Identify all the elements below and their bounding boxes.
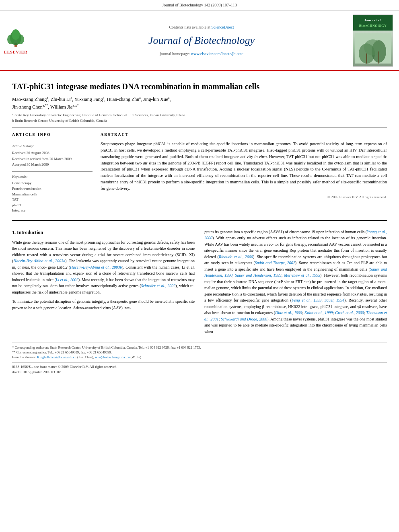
journal-citation: Journal of Biotechnology 142 (2009) 107–… <box>8 2 391 8</box>
keyword-2: Protein transduction <box>12 186 93 191</box>
banner-center: Contents lists available at ScienceDirec… <box>56 14 347 67</box>
article-info-header: ARTICLE INFO <box>12 132 93 138</box>
affil-a-sup3: a <box>103 96 105 100</box>
keyword-1: Gene therapy <box>12 181 93 186</box>
footnote-emails: E-mail addresses: Kingbellchen@fudan.edu… <box>12 355 387 360</box>
article-info-abstract: ARTICLE INFO Article history: Received 2… <box>12 127 387 214</box>
ref-smith2002[interactable]: Smith and Thorpe, 2002 <box>255 261 295 265</box>
biotech-cover-image: Journal of BioteCHNOlOGY <box>353 14 393 67</box>
body-columns: 1. Introduction While gene therapy remai… <box>12 229 387 338</box>
body-para1: While gene therapy remains one of the mo… <box>12 239 195 296</box>
keywords-block: Keywords: Gene therapy Protein transduct… <box>12 171 93 213</box>
keyword-3: Mammalian cells <box>12 192 93 197</box>
ref-kolot1999[interactable]: Kolot et al., 1999 <box>304 310 333 315</box>
abstract-column: ABSTRACT Streptomyces phage integrase ph… <box>101 132 387 214</box>
biotech-graphic-icon <box>355 33 391 64</box>
header: Journal of Biotechnology 142 (2009) 107–… <box>0 0 399 11</box>
article-info-column: ARTICLE INFO Article history: Received 2… <box>12 132 93 214</box>
affil-a-sup5: a <box>168 96 170 100</box>
ref-merrihew1995[interactable]: Merrihew et al., 1995 <box>284 273 320 277</box>
section1-number: 1. <box>12 230 16 235</box>
body-para3: grates its genome into a specific region… <box>204 229 387 335</box>
contents-text: Contents lists available at <box>169 25 210 29</box>
affiliation-a: ᵃ State Key Laboratory of Genetic Engine… <box>12 113 387 118</box>
journal-title: Journal of Biotechnology <box>148 33 255 48</box>
author-jing-lun: Jing-lun Xue <box>143 97 168 102</box>
ref-schwikardi2000[interactable]: Schwikardi and Droge, 2000 <box>221 317 267 321</box>
section1-title: 1. Introduction <box>12 229 195 236</box>
biotech-title-text: BioteCHNOlOGY <box>359 24 387 28</box>
issn-line: 0168-1656/$ – see front matter © 2009 El… <box>12 364 387 370</box>
footnote-star-star: ** Corresponding author. Tel.: +86 21 65… <box>12 350 387 355</box>
footnotes: * Corresponding author at: Brain Researc… <box>12 343 387 360</box>
affil-a-sup2: a <box>71 96 72 100</box>
article-title: TAT-phiC31 integrase mediates DNA recomb… <box>12 81 387 92</box>
ref-rinaudo2000[interactable]: Rinaudo et al., 2000 <box>219 255 253 259</box>
email2-link[interactable]: wjia@interchange.ubc.ca <box>95 355 130 359</box>
page-wrapper: Journal of Biotechnology 142 (2009) 107–… <box>0 0 399 378</box>
footer-doi: 0168-1656/$ – see front matter © 2009 El… <box>12 362 387 374</box>
body-section: 1. Introduction While gene therapy remai… <box>12 220 387 338</box>
body-left-column: 1. Introduction While gene therapy remai… <box>12 229 195 338</box>
copyright-text: © 2009 Elsevier B.V. All rights reserved… <box>101 195 387 200</box>
ref-diaz1999[interactable]: Diaz et al., 1999 <box>275 310 302 315</box>
author-jin-zhong: Jin-zhong Chen <box>12 104 43 110</box>
biotech-cover-graphic <box>353 31 393 66</box>
keyword-4: TAT <box>12 197 93 202</box>
affil-a-sup6: a,** <box>43 104 48 107</box>
received-revised: Received in revised form 20 March 2009 <box>12 156 93 162</box>
ref-hacein2003a[interactable]: Hacein-Bey-Abina et al., 2003a <box>13 259 65 263</box>
author-william: William Jia <box>50 104 72 110</box>
section1-heading: Introduction <box>17 230 43 235</box>
svg-point-4 <box>12 29 20 40</box>
ref-sauer1994[interactable]: Sauer, 1994 <box>325 298 344 302</box>
homepage-url[interactable]: www.elsevier.com/locate/jbiotec <box>191 51 243 56</box>
ref-feng1999[interactable]: Feng et al., 1999 <box>292 298 321 302</box>
keyword-6: Integrase <box>12 208 93 213</box>
ref-groth2000[interactable]: Groth et al., 2000 <box>335 310 364 315</box>
contents-available: Contents lists available at ScienceDirec… <box>169 25 234 30</box>
ref-hacein2003b[interactable]: Hacein-Bey-Abina et al., 2003b <box>70 265 122 269</box>
email1-link[interactable]: Kingbellchen@fudan.edu.cn <box>37 355 76 359</box>
article-history-block: Article history: Received 26 August 2008… <box>12 141 93 167</box>
history-label: Article history: <box>12 144 93 149</box>
affiliations: ᵃ State Key Laboratory of Genetic Engine… <box>12 113 387 123</box>
ref-schroder2002[interactable]: Schroder et al., 2002 <box>141 283 176 288</box>
email-label: E-mail addresses: <box>12 355 36 359</box>
keywords-label: Keywords: <box>12 174 93 179</box>
main-content: TAT-phiC31 integrase mediates DNA recomb… <box>0 71 399 378</box>
email2-name: (W. Jia). <box>130 355 142 359</box>
author-zhi-hui: Zhi-hui Li <box>51 97 71 102</box>
biotech-label: Journal of <box>365 18 381 22</box>
elsevier-logo-area: ELSEVIER <box>4 14 52 67</box>
affil-a-sup4: a <box>139 96 141 100</box>
authors-line: Mao-xiang Zhanga, Zhi-hui Lia, Yu-xiang … <box>12 96 387 111</box>
author-yu-xiang: Yu-xiang Fang <box>74 97 103 102</box>
homepage-label: journal homepage: <box>160 51 190 56</box>
accepted-date: Accepted 30 March 2009 <box>12 162 93 167</box>
footnote-star: * Corresponding author at: Brain Researc… <box>12 345 387 350</box>
banner: ELSEVIER Contents lists available at Sci… <box>0 11 399 71</box>
affil-ab-sup: a,b,* <box>72 104 79 107</box>
received-date1: Received 26 August 2008 <box>12 150 93 156</box>
keyword-5: phiC31 <box>12 203 93 208</box>
author-huan-zhang: Huan-zhang Zhu <box>107 97 139 102</box>
abstract-header: ABSTRACT <box>101 132 387 138</box>
doi-line: doi:10.1016/j.jbiotec.2009.03.018 <box>12 370 387 375</box>
affiliation-b: b Brain Research Center, University of B… <box>12 118 387 124</box>
sciencedirect-link[interactable]: ScienceDirect <box>211 25 234 29</box>
body-para2: To minimize the potential disruption of … <box>12 298 195 311</box>
elsevier-label: ELSEVIER <box>4 49 28 55</box>
ref-li2002[interactable]: Li et al., 2002 <box>56 277 78 282</box>
ref-sauer1989[interactable]: Sauer and Henderson, 1989 <box>235 273 281 277</box>
affil-a-sup1: a <box>47 96 48 100</box>
elsevier-tree-icon <box>5 27 27 49</box>
biotech-cover-top: Journal of BioteCHNOlOGY <box>353 15 393 31</box>
email1-name: (J.-z. Chen), <box>77 355 94 359</box>
biotech-cover-area: Journal of BioteCHNOlOGY <box>351 14 395 67</box>
author-mao-xiang: Mao-xiang Zhang <box>12 97 47 102</box>
ref-young2000[interactable]: Young et al., 2000 <box>204 230 387 240</box>
abstract-text: Streptomyces phage integrase phiC31 is c… <box>101 141 387 191</box>
journal-homepage: journal homepage: www.elsevier.com/locat… <box>160 51 243 57</box>
elsevier-logo: ELSEVIER <box>4 27 28 55</box>
